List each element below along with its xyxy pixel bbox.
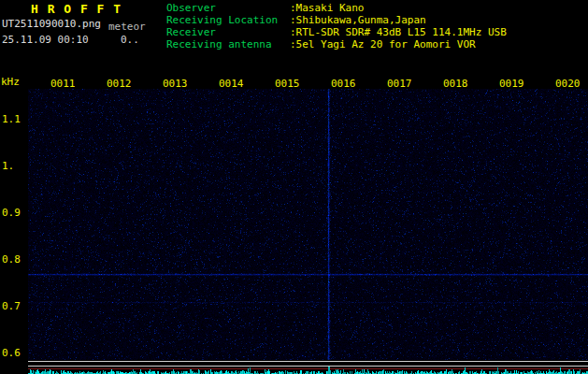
x-tick-label: 0012 bbox=[107, 79, 132, 89]
x-tick-label: 0013 bbox=[163, 79, 188, 89]
metadata-field-label: Receiver bbox=[166, 27, 290, 37]
metadata-field-value: :RTL-SDR SDR# 43dB L15 114.1MHz USB bbox=[290, 26, 507, 38]
y-tick-label: 0.7 bbox=[2, 301, 21, 311]
x-tick-label: 0019 bbox=[499, 79, 524, 89]
metadata-row: Receiving antenna:5el Yagi Az 20 for Aom… bbox=[166, 39, 507, 51]
y-tick-label: 0.9 bbox=[2, 208, 21, 218]
output-filename: UT2511090010.png bbox=[2, 19, 101, 29]
mode-label: meteor bbox=[108, 22, 146, 32]
signal-level-canvas bbox=[28, 367, 588, 374]
y-tick-label: 0.8 bbox=[2, 254, 21, 265]
x-tick-label: 0018 bbox=[443, 79, 468, 89]
y-tick-label: 1. bbox=[2, 161, 14, 171]
header-extra-value: 0.. bbox=[121, 35, 139, 45]
app-title: H R O F F T bbox=[31, 4, 122, 14]
x-tick-label: 0020 bbox=[555, 79, 581, 89]
hrofft-window: H R O F F T UT2511090010.png meteor 25.1… bbox=[0, 0, 588, 374]
metadata-table: Observer:Masaki KanoReceiving Location:S… bbox=[166, 3, 507, 51]
metadata-field-label: Receiving antenna bbox=[166, 39, 290, 50]
metadata-field-value: :Shibukawa,Gunma,Japan bbox=[290, 14, 426, 26]
x-tick-label: 0017 bbox=[387, 79, 412, 89]
level-strip-top-border bbox=[28, 361, 588, 362]
metadata-field-label: Observer bbox=[166, 3, 290, 13]
x-tick-label: 0015 bbox=[275, 79, 300, 89]
x-tick-label: 0011 bbox=[50, 79, 76, 89]
y-tick-label: 1.1 bbox=[2, 114, 21, 124]
spectrogram-canvas bbox=[28, 89, 588, 360]
y-axis-unit-label: kHz bbox=[1, 77, 20, 87]
metadata-field-value: :5el Yagi Az 20 for Aomori VOR bbox=[290, 38, 476, 50]
metadata-field-label: Receiving Location bbox=[166, 15, 290, 25]
x-tick-label: 0014 bbox=[219, 79, 244, 89]
observation-datetime: 25.11.09 00:10 bbox=[2, 35, 89, 45]
y-tick-label: 0.6 bbox=[2, 348, 21, 358]
metadata-field-value: :Masaki Kano bbox=[290, 2, 364, 14]
x-tick-label: 0016 bbox=[331, 79, 356, 89]
